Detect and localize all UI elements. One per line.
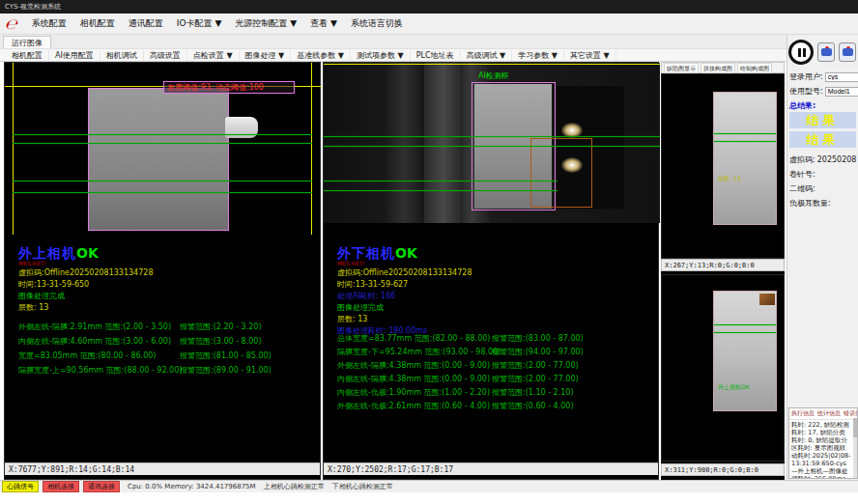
mes-note: MES:RET! <box>18 261 318 266</box>
separator-image-region <box>88 88 229 231</box>
orange-detect-box <box>530 138 592 208</box>
layers-line: 层数: 13 <box>337 315 637 324</box>
coords-text: X:7677;Y:891;R:14;G:14;B:14 <box>9 465 134 474</box>
log-tab[interactable]: 统计信息 <box>817 409 841 418</box>
layers-line: 层数: 13 <box>18 303 318 313</box>
thumb-overlay-text: 外上相机OK <box>718 384 750 390</box>
barcode-line: 虚拟码:Offline20250208133134728 <box>337 268 637 278</box>
thumbnail-view-1[interactable]: 层数: 13 <box>661 73 785 259</box>
toolbar-button[interactable]: 基准线参数 ▼ <box>291 50 351 61</box>
measurement-row: 内侧左线-隔膜:4.60mm 范围:(3.00 - 6.00) 报警范围:(3.… <box>18 336 318 350</box>
log-scrollbar[interactable] <box>853 418 857 478</box>
qr-field: 二维码: <box>789 183 815 194</box>
alarm-range: 报警范围:(0.60 - 4.00) <box>492 401 574 411</box>
green-measure-line <box>714 133 776 134</box>
time-line: 时间:13-31-59-627 <box>337 280 637 290</box>
model-input[interactable] <box>825 87 858 97</box>
alarm-range: 报警范围:(94.00 - 97.00) <box>492 347 584 357</box>
mes-note: MES:RET! <box>337 261 637 266</box>
alarm-range: 报警范围:(2.00 - 77.00) <box>492 374 579 384</box>
camera-view-upper[interactable]: 灰度阈值:93, 动态阈值:100 外上相机OK MES:RET! 虚拟码:Of… <box>4 62 321 480</box>
menu-item[interactable]: 系统语言切换 <box>344 17 410 30</box>
process-done-line: 图像处理完成 <box>337 303 637 313</box>
camera-view-lower[interactable]: AI检测框 外下相机OK MES:RET! 虚拟码:Offline2025020… <box>323 62 659 480</box>
thumbnail-view-2[interactable]: 外上相机OK <box>661 274 785 462</box>
title-bar: CYS-视觉检测系统 <box>0 0 858 14</box>
toolbar-button[interactable]: 点检设置 ▼ <box>187 50 240 61</box>
menu-item[interactable]: 光源控制配置 ▼ <box>228 17 303 30</box>
tab-strip: 运行图像 <box>0 35 858 48</box>
toolbar-button[interactable]: 图像处理 ▼ <box>240 50 292 61</box>
menu-item[interactable]: 通讯配置 <box>122 17 170 30</box>
barcode-line: 虚拟码:Offline20250208133134728 <box>18 268 318 278</box>
cpu-memory-readout: Cpu: 0.0% Memory: 3424.41796875M <box>128 483 256 490</box>
vcode-label: 虚拟码: <box>789 154 815 165</box>
measurement-list-lower: 总体宽度=83.77mm 范围:(82.00 - 88.00) 报警范围:(83… <box>337 333 637 414</box>
side-tab[interactable]: 拼接构成图 <box>701 63 735 73</box>
tab-run-image[interactable]: 运行图像 <box>3 36 51 48</box>
upper-camera-heartbeat: 上相机心跳检测正常 <box>264 482 325 491</box>
camera-trigger-button[interactable] <box>817 42 835 62</box>
comm-link-badge: 通讯连接 <box>83 481 120 492</box>
menu-item[interactable]: 相机配置 <box>73 17 122 30</box>
menu-item[interactable]: 查看 ▼ <box>303 17 344 30</box>
alarm-range: 报警范围:(1.10 - 2.10) <box>492 387 574 398</box>
toolbar-button[interactable]: 其它设置 ▼ <box>564 50 616 61</box>
coords-text: X:267;Y:13;R:0;G:0;B:0 <box>665 262 755 269</box>
camera-save-button[interactable] <box>839 42 856 62</box>
bright-band <box>424 63 463 223</box>
measurement-list-upper: 外侧左线-隔膜:2.91mm 范围:(2.00 - 3.50) 报警范围:(2.… <box>18 322 318 379</box>
log-tab[interactable]: 错误信息 <box>844 409 858 418</box>
measurement-text: 总体宽度=83.77mm 范围:(82.00 - 88.00) <box>337 334 490 343</box>
yellow-guide-line <box>324 64 660 65</box>
model-field: 使用型号: <box>789 86 858 97</box>
alarm-range: 报警范围:(3.00 - 8.00) <box>180 336 262 347</box>
green-measure-line <box>13 181 312 182</box>
ai-box-label: AI检测框 <box>478 70 509 81</box>
green-measure-line <box>13 134 312 135</box>
measurement-text: 外侧左线-负极:2.61mm 范围:(0.60 - 4.00) <box>337 402 490 410</box>
log-text: 耗时: 222, 缺陷检测耗时: 17, 缺陷分类耗时: 0, 缺陷提取分区耗时… <box>789 420 857 479</box>
log-tab[interactable]: 执行信息 <box>791 409 815 418</box>
toolbar-button[interactable]: 高级设置 <box>144 50 187 61</box>
measurement-row: 宽度=83.05mm 范围:(80.00 - 86.00) 报警范围:(81.0… <box>18 350 318 365</box>
yellow-guide-line <box>13 63 14 235</box>
measurement-text: 宽度=83.05mm 范围:(80.00 - 86.00) <box>18 351 156 360</box>
alarm-range: 报警范围:(89.00 - 91.00) <box>180 365 272 376</box>
side-view-tabs: 缺陷图显示 拼接构成图 绘制构成图 <box>661 62 785 73</box>
result-box-lower: 结果 <box>789 131 856 148</box>
lower-camera-heartbeat: 下相机心跳检测正常 <box>332 482 393 491</box>
side-tab[interactable]: 绘制构成图 <box>737 63 772 73</box>
result-box-upper: 结果 <box>789 112 856 128</box>
toolbar-button[interactable]: 学习参数 ▼ <box>512 50 564 61</box>
camera-link-badge: 相机连接 <box>43 481 79 492</box>
control-buttons <box>788 39 856 66</box>
measurement-text: 外侧左线-隔膜:4.38mm 范围:(0.00 - 9.00) <box>337 361 490 370</box>
log-info-box[interactable]: 执行信息 统计信息 错误信息 耗时: 222, 缺陷检测耗时: 17, 缺陷分类… <box>788 407 858 479</box>
login-user-input[interactable] <box>825 72 858 82</box>
alarm-range: 报警范围:(2.20 - 3.20) <box>180 322 262 332</box>
toolbar-button[interactable]: 高级调试 ▼ <box>461 50 513 61</box>
side-tab[interactable]: 缺陷图显示 <box>664 63 699 73</box>
total-result-label: 总结果: <box>789 100 815 111</box>
measurement-text: 隔膜宽度-上=90.56mm 范围:(88.00 - 92.00) <box>18 366 182 375</box>
pixel-coords-readout: X:311;Y:980;R:0;G:0;B:0 <box>661 463 785 476</box>
pixel-coords-readout: X:267;Y:13;R:0;G:0;B:0 <box>661 259 785 271</box>
menu-item[interactable]: 系统配置 <box>25 17 73 30</box>
toolbar-button[interactable]: 相机调试 <box>100 50 144 61</box>
measurement-row: 内侧左线-隔膜:4.38mm 范围:(0.00 - 9.00) 报警范围:(2.… <box>337 374 637 387</box>
menu-item[interactable]: IO卡配置 ▼ <box>170 17 229 30</box>
measurement-row: 外侧左线-负极:2.61mm 范围:(0.60 - 4.00) 报警范围:(0.… <box>337 401 637 414</box>
toolbar-button[interactable]: 测试项参数 ▼ <box>351 50 411 61</box>
toolbar-button[interactable]: PLC地址表 <box>411 50 461 61</box>
thumb-overlay-text: 层数: 13 <box>718 176 741 182</box>
alarm-range: 报警范围:(81.00 - 85.00) <box>180 350 272 361</box>
threshold-text: 灰度阈值:93, 动态阈值:100 <box>167 83 264 92</box>
pin-label: 卷针号: <box>789 169 815 180</box>
toolbar-button[interactable]: 相机配置 <box>6 50 49 61</box>
app-window: CYS-视觉检测系统 ℮ 系统配置 相机配置 通讯配置 IO卡配置 ▼ 光源控制… <box>0 0 858 504</box>
pixel-coords-readout: X:7677;Y:891;R:14;G:14;B:14 <box>5 462 320 475</box>
qr-label: 二维码: <box>789 183 815 194</box>
pause-button[interactable] <box>788 40 814 65</box>
toolbar-button[interactable]: AI使用配置 <box>49 50 100 61</box>
